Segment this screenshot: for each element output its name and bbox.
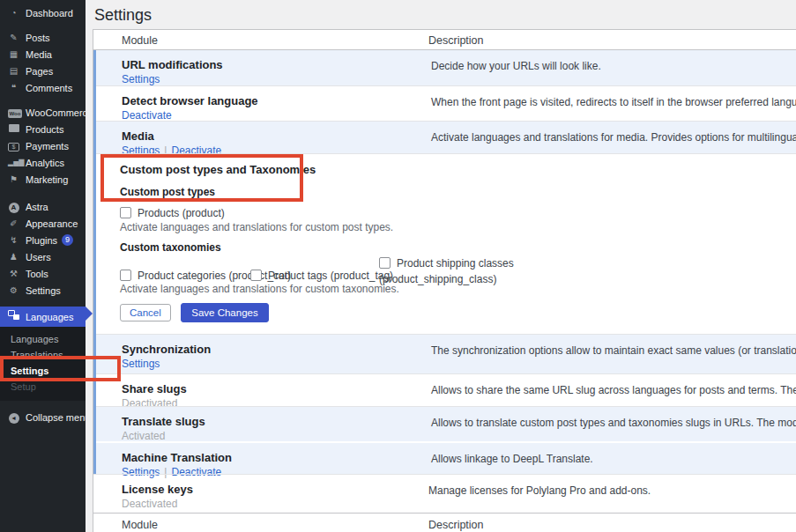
post-types-help-text: Activate languages and translations for … <box>120 221 393 233</box>
sidebar-item-dashboard[interactable]: ◔ Dashboard <box>0 4 86 21</box>
products-checkbox[interactable] <box>120 207 131 218</box>
sidebar-item-users[interactable]: ♟ Users <box>0 248 86 265</box>
module-name: Machine Translation <box>122 451 232 464</box>
current-menu-arrow <box>86 307 93 321</box>
sidebar-item-label: Dashboard <box>26 8 73 18</box>
table-row-url-modifications: URL modifications Settings Decide how yo… <box>96 50 796 85</box>
module-description: Decide how your URLs will look like. <box>431 60 601 72</box>
sidebar-item-label: Posts <box>26 33 50 43</box>
table-body: URL modifications Settings Decide how yo… <box>93 50 796 474</box>
cancel-button[interactable]: Cancel <box>120 304 171 321</box>
save-changes-button[interactable]: Save Changes <box>181 303 268 322</box>
sidebar-item-plugins[interactable]: ↯ Plugins 9 <box>0 232 86 248</box>
table-header-row: Module Description <box>93 30 796 50</box>
module-name: License keys <box>122 483 193 496</box>
sidebar-item-pages[interactable]: ▤ Pages <box>0 63 86 79</box>
sidebar-item-languages[interactable]: Languages <box>0 307 86 327</box>
languages-icon <box>8 308 19 325</box>
module-description: Manage licenses for Polylang Pro and add… <box>428 484 651 497</box>
custom-post-types-heading: Custom post types <box>120 186 215 198</box>
sidebar-item-label: Comments <box>26 83 72 93</box>
submenu-item-translations[interactable]: Translations <box>0 347 86 363</box>
sidebar-item-label: Users <box>26 252 51 262</box>
submenu-item-settings[interactable]: Settings <box>0 363 86 379</box>
product-tags-checkbox[interactable] <box>250 270 262 281</box>
pages-icon: ▤ <box>8 63 19 79</box>
main-content: Settings Module Description URL modifica… <box>86 0 796 532</box>
deactivate-link[interactable]: Deactivate <box>122 109 172 122</box>
sidebar-item-settings[interactable]: ⚙ Settings <box>0 282 86 299</box>
collapse-menu-label: Collapse menu <box>26 412 90 423</box>
page-title: Settings <box>94 6 152 25</box>
settings-link[interactable]: Settings <box>122 358 160 370</box>
sidebar-item-media[interactable]: ▦ Media <box>0 46 86 63</box>
module-name: URL modifications <box>122 58 223 71</box>
product-shipping-classes-checkbox[interactable] <box>379 257 391 269</box>
collapse-menu-button[interactable]: ◂ Collapse menu <box>0 409 86 425</box>
submenu-item-languages[interactable]: Languages <box>0 331 86 347</box>
marketing-icon: ⚑ <box>8 171 19 188</box>
table-footer-row: Module Description <box>93 513 796 532</box>
submenu-item-setup[interactable]: Setup <box>0 379 86 395</box>
users-icon: ♟ <box>8 248 19 265</box>
sidebar-item-payments[interactable]: $ Payments <box>0 137 86 154</box>
table-row-translate-slugs: Translate slugs Activated Allows to tran… <box>96 406 796 441</box>
column-footer-module: Module <box>122 519 158 531</box>
table-row-license-keys: License keys Deactivated Manage licenses… <box>93 474 796 513</box>
tools-icon: ⚒ <box>8 265 19 282</box>
sidebar-item-marketing[interactable]: ⚑ Marketing <box>0 171 86 188</box>
payments-icon: $ <box>8 137 19 154</box>
admin-sidebar: ◔ Dashboard ✎ Posts ▦ Media ▤ Pages ❝ Co… <box>0 0 86 532</box>
table-row-share-slugs: Share slugs Deactivated Allows to share … <box>96 373 796 406</box>
sidebar-item-label: Analytics <box>26 158 64 168</box>
module-name: Synchronization <box>122 343 211 356</box>
dashboard-icon: ◔ <box>8 4 19 21</box>
activated-status: Activated <box>122 430 165 442</box>
appearance-icon: ✐ <box>8 215 19 232</box>
sidebar-item-label: Payments <box>26 141 69 151</box>
module-description: The synchronization options allow to mai… <box>431 344 796 357</box>
module-name: Media <box>122 129 154 143</box>
comments-icon: ❝ <box>8 79 19 96</box>
sidebar-item-tools[interactable]: ⚒ Tools <box>0 265 86 282</box>
sidebar-item-comments[interactable]: ❝ Comments <box>0 79 86 96</box>
column-footer-description: Description <box>428 519 484 531</box>
product-tags-label: Product tags (product_tag) <box>268 270 393 282</box>
sidebar-item-label: Astra <box>26 202 48 212</box>
analytics-icon: ▂▅▇ <box>8 154 19 171</box>
module-name: Share slugs <box>122 382 187 395</box>
settings-link[interactable]: Settings <box>122 73 160 85</box>
sidebar-item-label: Languages <box>26 312 73 322</box>
sidebar-item-label: Products <box>26 124 63 135</box>
module-description: Activate languages and translations for … <box>431 131 796 144</box>
astra-icon: A <box>8 198 19 215</box>
products-icon <box>8 121 19 137</box>
sidebar-item-label: Pages <box>26 66 53 77</box>
woocommerce-icon: Woo <box>8 104 19 121</box>
module-description: Allows to translate custom post types an… <box>431 417 796 429</box>
sidebar-item-appearance[interactable]: ✐ Appearance <box>0 215 86 232</box>
table-row-machine-translation: Machine Translation SettingsDeactivate A… <box>96 441 796 474</box>
column-header-description: Description <box>428 34 484 47</box>
media-icon: ▦ <box>8 46 19 63</box>
module-description: Allows linkage to DeepL Translate. <box>431 453 593 465</box>
sidebar-item-woocommerce[interactable]: Woo WooCommerce <box>0 104 86 121</box>
languages-submenu: Languages Translations Settings Setup <box>0 327 86 401</box>
sidebar-item-label: Appearance <box>26 218 78 229</box>
sidebar-item-analytics[interactable]: ▂▅▇ Analytics <box>0 154 86 171</box>
settings-icon: ⚙ <box>8 282 19 299</box>
plugins-icon: ↯ <box>8 232 19 248</box>
product-categories-checkbox[interactable] <box>120 270 131 281</box>
table-row-media: Media SettingsDeactivate Activate langua… <box>96 121 796 153</box>
taxonomies-help-text: Activate languages and translations for … <box>120 283 399 295</box>
sidebar-item-label: Plugins <box>26 235 57 246</box>
deactivated-status: Deactivated <box>122 498 177 510</box>
module-name: Translate slugs <box>122 415 205 428</box>
custom-taxonomies-heading: Custom taxonomies <box>120 241 221 254</box>
sidebar-item-posts[interactable]: ✎ Posts <box>0 29 86 46</box>
posts-icon: ✎ <box>8 29 19 46</box>
sidebar-item-products[interactable]: Products <box>0 121 86 137</box>
custom-post-types-section: Custom post types and Taxonomies Custom … <box>96 153 796 334</box>
sidebar-item-astra[interactable]: A Astra <box>0 198 86 215</box>
product-shipping-classes-label: Product shipping classes (product_shippi… <box>379 257 514 285</box>
